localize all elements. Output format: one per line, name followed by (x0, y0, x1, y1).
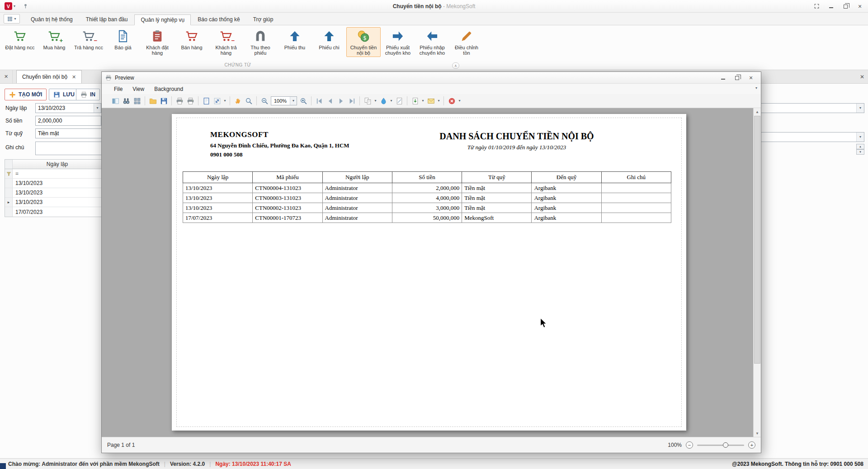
scroll-up-icon[interactable]: ▲ (754, 108, 761, 115)
scale-dropdown-icon[interactable]: ▾ (222, 99, 227, 103)
save-button[interactable]: LƯU (49, 89, 79, 100)
panel-close-icon[interactable]: ✕ (860, 70, 864, 83)
page-setup-button[interactable] (201, 95, 212, 106)
page-color-dropdown-icon[interactable]: ▾ (389, 99, 394, 103)
email-dropdown-icon[interactable]: ▾ (436, 99, 441, 103)
grid-column-header[interactable]: Ngày lập (13, 160, 102, 169)
zoom-slider[interactable] (697, 445, 744, 446)
ribbon-item-tra-hang-ncc[interactable]: − Trả hàng ncc (71, 27, 106, 52)
tab-thiet-lap-ban-dau[interactable]: Thiết lập ban đầu (80, 14, 134, 25)
zoom-out-slider-button[interactable]: − (686, 441, 693, 449)
print-button[interactable]: IN (76, 89, 100, 100)
pin-icon[interactable] (22, 3, 29, 10)
report-page: MEKONGSOFT 64 Nguyễn Đình Chiểu, Phường … (172, 114, 686, 431)
minimize-button[interactable] (827, 3, 835, 10)
chevron-down-icon[interactable]: ▾ (856, 104, 864, 113)
menu-view[interactable]: View (127, 85, 149, 94)
grid-row-selected[interactable]: ▸ 13/10/2023 (5, 198, 102, 207)
chevron-down-icon[interactable]: ▾ (290, 97, 297, 105)
tab-quan-tri-he-thong[interactable]: Quản trị hệ thống (24, 14, 79, 25)
tab-close-icon[interactable]: ✕ (72, 74, 76, 80)
previous-page-button[interactable] (325, 95, 335, 106)
preview-scrollbar[interactable]: ▲ ▼ (753, 108, 761, 437)
chevron-down-icon[interactable]: ▾ (94, 104, 101, 113)
zoom-combobox[interactable]: 100% ▾ (271, 96, 297, 105)
ribbon-item-mua-hang[interactable]: + Mua hàng (37, 27, 71, 52)
app-menu-caret-icon[interactable]: ▾ (14, 5, 15, 8)
preview-minimize-button[interactable] (719, 74, 726, 81)
document-map-button[interactable] (110, 95, 121, 106)
ribbon-item-bao-gia[interactable]: Báo giá (106, 27, 140, 52)
save-report-button[interactable] (158, 95, 169, 106)
date-combobox[interactable]: 13/10/2023 ▾ (35, 103, 101, 113)
preview-close-button[interactable]: × (747, 74, 755, 81)
document-tab-chuyen-tien-noi-bo[interactable]: Chuyển tiền nội bộ ✕ (16, 70, 82, 83)
tab-tro-giup[interactable]: Trợ giúp (247, 14, 280, 25)
first-page-button[interactable] (314, 95, 325, 106)
watermark-button[interactable] (394, 95, 405, 106)
ribbon-item-ban-hang[interactable]: Bán hàng (175, 27, 209, 52)
exit-dropdown-icon[interactable]: ▾ (457, 99, 462, 103)
ribbon-item-phieu-xuat-chuyen-kho[interactable]: Phiếu xuất chuyển kho (381, 27, 415, 57)
ribbon-quick-access-button[interactable]: ▾ (4, 14, 20, 24)
grid-filter-row[interactable]: = (5, 169, 102, 179)
export-dropdown-icon[interactable]: ▾ (420, 99, 425, 103)
ribbon-item-dat-hang-ncc[interactable]: Đặt hàng ncc (3, 27, 37, 52)
close-all-tabs-button[interactable]: ✕ (0, 70, 13, 83)
scale-button[interactable] (212, 95, 222, 106)
ribbon-item-phieu-chi[interactable]: Phiếu chi (312, 27, 346, 52)
spin-up-button[interactable]: ▴ (856, 144, 864, 149)
tab-quan-ly-nghiep-vu[interactable]: Quản lý nghiệp vụ (134, 14, 191, 25)
zoom-in-slider-button[interactable]: + (748, 441, 755, 449)
ribbon-item-chuyen-tien-noi-bo[interactable]: Chuyển tiền nội bộ (346, 27, 381, 57)
grid-row[interactable]: 13/10/2023 (5, 188, 102, 198)
grid-row[interactable]: 13/10/2023 (5, 179, 102, 188)
chevron-down-icon[interactable]: ▾ (856, 133, 864, 142)
zoom-slider-knob[interactable] (723, 442, 728, 448)
preview-titlebar[interactable]: Preview × (102, 72, 761, 84)
ribbon-collapse-button[interactable]: ∧ (452, 62, 459, 69)
magnifier-button[interactable] (243, 95, 254, 106)
scroll-down-icon[interactable]: ▼ (754, 430, 761, 437)
from-fund-label: Từ quỹ (5, 130, 23, 137)
note-input[interactable] (35, 142, 104, 155)
search-button[interactable] (121, 95, 132, 106)
exit-preview-button[interactable] (446, 95, 457, 106)
ribbon-item-dieu-chinh-ton[interactable]: Điều chỉnh tồn (449, 27, 484, 57)
last-page-button[interactable] (346, 95, 357, 106)
quick-print-button[interactable] (185, 95, 196, 106)
app-logo-icon[interactable]: V (5, 2, 12, 10)
ribbon-item-phieu-nhap-chuyen-kho[interactable]: Phiếu nhập chuyển kho (415, 27, 449, 57)
multiple-pages-dropdown-icon[interactable]: ▾ (373, 99, 378, 103)
hand-tool-button[interactable] (232, 95, 243, 106)
amount-input[interactable] (35, 116, 101, 126)
open-button[interactable] (147, 95, 158, 106)
ribbon-item-khach-dat-hang[interactable]: Khách đặt hàng (140, 27, 175, 57)
zoom-out-button[interactable] (259, 95, 270, 106)
maximize-button[interactable] (842, 3, 849, 10)
fullscreen-button[interactable] (813, 3, 820, 10)
menu-background[interactable]: Background (149, 85, 188, 94)
thumbnails-button[interactable] (132, 95, 142, 106)
print-dialog-button[interactable] (174, 95, 185, 106)
next-page-button[interactable] (335, 95, 346, 106)
close-button[interactable]: × (856, 3, 863, 10)
zoom-in-button[interactable] (298, 95, 309, 106)
menu-file[interactable]: File (109, 85, 127, 94)
email-button[interactable] (425, 95, 436, 106)
report-company-phone: 0901 000 508 (210, 151, 349, 158)
multiple-pages-button[interactable] (362, 95, 373, 106)
from-fund-combobox[interactable]: Tiền mặt (35, 128, 104, 138)
page-color-button[interactable] (378, 95, 389, 106)
spin-down-button[interactable]: ▾ (856, 149, 864, 155)
toolbar-overflow-icon[interactable]: ▾ (755, 86, 757, 90)
ribbon-item-phieu-thu[interactable]: Phiếu thu (278, 27, 312, 52)
create-new-button[interactable]: TẠO MỚI (5, 89, 47, 100)
ribbon-item-thu-theo-phieu[interactable]: Thu theo phiếu (243, 27, 278, 57)
grid-row[interactable]: 17/07/2023 (5, 207, 102, 217)
preview-maximize-button[interactable] (733, 74, 741, 81)
scrollbar-thumb[interactable] (754, 116, 760, 364)
export-button[interactable] (410, 95, 420, 106)
tab-bao-cao-thong-ke[interactable]: Báo cáo thống kê (191, 14, 246, 25)
ribbon-item-khach-tra-hang[interactable]: − Khách trả hàng (209, 27, 243, 57)
